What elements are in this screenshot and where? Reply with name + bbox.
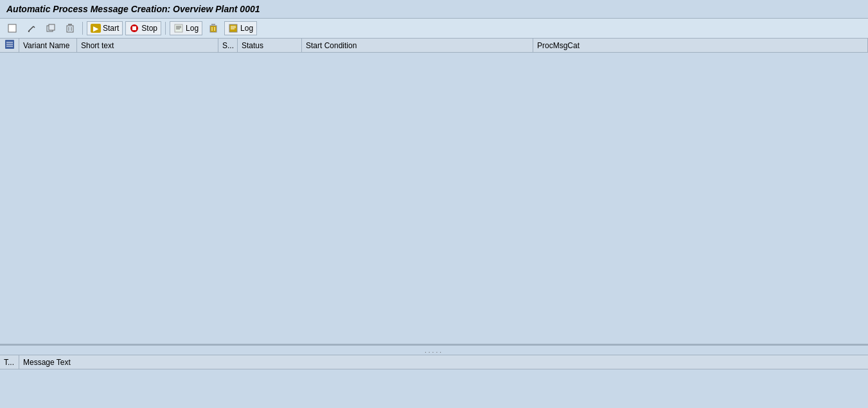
log1-label: Log xyxy=(186,24,199,33)
svg-rect-14 xyxy=(175,24,182,32)
main-area: Variant Name Short text S... Status Star… xyxy=(0,39,868,407)
stop-icon xyxy=(129,23,139,33)
delete2-button[interactable] xyxy=(205,21,222,35)
lower-col-header-message: Message Text xyxy=(19,355,868,369)
col-header-s: S... xyxy=(218,39,238,52)
log2-label: Log xyxy=(240,24,253,33)
start-button[interactable]: ▶ Start xyxy=(87,21,123,35)
log2-icon xyxy=(228,23,238,33)
toolbar: ▶ Start Stop Log xyxy=(0,19,868,39)
svg-rect-6 xyxy=(67,26,73,32)
svg-rect-22 xyxy=(229,24,237,32)
col-header-short-text: Short text xyxy=(77,39,218,52)
start-icon: ▶ xyxy=(91,23,101,33)
panel-divider[interactable]: ..... xyxy=(0,345,868,355)
lower-panel: T... Message Text xyxy=(0,355,868,407)
stop-label: Stop xyxy=(141,24,157,33)
col-header-start-condition: Start Condition xyxy=(302,39,533,52)
svg-rect-0 xyxy=(8,24,16,32)
edit-button[interactable] xyxy=(23,21,40,35)
delete-button[interactable] xyxy=(62,21,78,35)
title-bar: Automatic Process Message Creation: Over… xyxy=(0,0,868,19)
svg-text:▶: ▶ xyxy=(93,25,99,32)
toolbar-separator-2 xyxy=(165,22,166,35)
new-button[interactable] xyxy=(4,21,21,35)
svg-line-2 xyxy=(33,26,35,28)
col-header-status: Status xyxy=(238,39,302,52)
table-settings-icon xyxy=(4,39,15,51)
copy-button[interactable] xyxy=(42,21,59,35)
new-icon xyxy=(7,23,17,33)
page-title: Automatic Process Message Creation: Over… xyxy=(6,4,260,14)
lower-table-header: T... Message Text xyxy=(0,355,868,369)
lower-table-body xyxy=(0,369,868,407)
divider-dots: ..... xyxy=(425,347,443,354)
trash2-icon xyxy=(208,23,218,33)
table-body xyxy=(0,53,868,344)
table-header: Variant Name Short text S... Status Star… xyxy=(0,39,868,53)
toolbar-separator-1 xyxy=(82,22,83,35)
log2-button[interactable]: Log xyxy=(224,21,257,35)
svg-line-1 xyxy=(28,26,33,31)
upper-panel: Variant Name Short text S... Status Star… xyxy=(0,39,868,345)
start-label: Start xyxy=(103,24,119,33)
delete-icon xyxy=(65,23,75,33)
pencil-icon xyxy=(26,23,37,33)
svg-rect-5 xyxy=(49,24,55,30)
svg-rect-13 xyxy=(132,26,136,30)
lower-col-header-type: T... xyxy=(0,355,19,369)
col-header-variant-name: Variant Name xyxy=(19,39,77,52)
header-icon-cell xyxy=(0,39,19,52)
log1-icon xyxy=(173,23,184,33)
col-header-procmsgcat: ProcMsgCat xyxy=(533,39,868,52)
copy-icon xyxy=(46,23,56,33)
log1-button[interactable]: Log xyxy=(170,21,202,35)
stop-button[interactable]: Stop xyxy=(125,21,161,35)
svg-rect-18 xyxy=(210,26,217,32)
